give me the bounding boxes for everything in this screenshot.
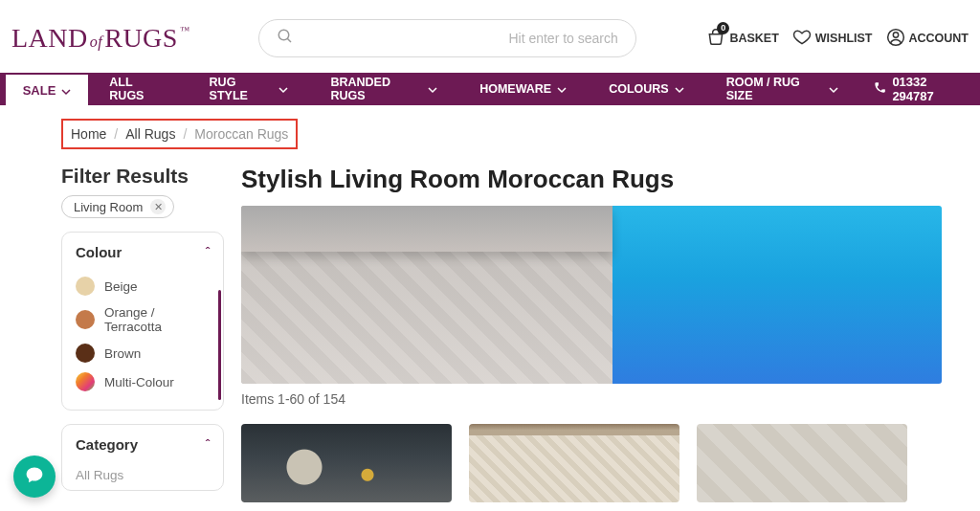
site-header: LAND of RUGS ™ 0 BASKET WISHLIST <box>0 0 980 73</box>
nav-room-rug-size[interactable]: ROOM / RUG SIZE <box>705 73 860 105</box>
chevron-down-icon <box>428 84 437 94</box>
filter-sidebar: Filter Results Living Room ✕ Colour ˆ Be… <box>61 165 224 504</box>
colour-label: Brown <box>104 346 141 361</box>
logo-text-land: LAND <box>11 23 88 54</box>
nav-sale-label: SALE <box>23 83 56 98</box>
search-icon <box>277 28 294 49</box>
account-button[interactable]: ACCOUNT <box>886 28 969 50</box>
basket-count-badge: 0 <box>717 22 729 34</box>
search-wrap <box>207 19 687 57</box>
hero-banner[interactable] <box>241 206 942 384</box>
swatch-icon <box>76 310 95 329</box>
nav-label: RUG STYLE <box>210 76 274 102</box>
chevron-down-icon <box>61 85 71 95</box>
active-filter-chip[interactable]: Living Room ✕ <box>61 195 174 218</box>
nav-all-rugs[interactable]: ALL RUGS <box>88 73 188 105</box>
collapse-icon: ˆ <box>206 437 210 452</box>
logo-text-rugs: RUGS <box>104 23 178 54</box>
account-label: ACCOUNT <box>909 32 969 45</box>
breadcrumb-current: Moroccan Rugs <box>194 126 288 142</box>
nav-sale[interactable]: SALE <box>6 73 89 105</box>
wishlist-button[interactable]: WISHLIST <box>792 28 873 50</box>
chat-widget-button[interactable] <box>13 455 56 498</box>
colour-label: Multi-Colour <box>104 375 174 389</box>
basket-label: BASKET <box>729 32 778 45</box>
swatch-icon <box>76 372 95 391</box>
nav-colours[interactable]: COLOURS <box>588 73 705 105</box>
colour-label: Beige <box>104 279 138 294</box>
colour-option-orange[interactable]: Orange / Terracotta <box>76 300 210 339</box>
chat-icon <box>25 465 44 488</box>
collapse-icon: ˆ <box>206 245 210 259</box>
nav-phone[interactable]: 01332 294787 <box>859 73 980 105</box>
swatch-icon <box>76 344 95 363</box>
basket-icon: 0 <box>706 28 725 50</box>
wishlist-label: WISHLIST <box>815 32 873 45</box>
product-card[interactable] <box>241 424 452 502</box>
filter-title: Filter Results <box>61 165 224 188</box>
category-panel-header[interactable]: Category ˆ <box>76 436 210 453</box>
colour-option-multi[interactable]: Multi-Colour <box>76 367 210 396</box>
phone-icon <box>873 81 886 98</box>
breadcrumb-sep: / <box>183 126 187 142</box>
colour-option-brown[interactable]: Brown <box>76 339 210 367</box>
scroll-indicator[interactable] <box>218 290 221 400</box>
logo-text-of: of <box>90 33 102 51</box>
nav-branded-rugs[interactable]: BRANDED RUGS <box>309 73 458 105</box>
hero-image <box>241 206 612 384</box>
colour-panel: Colour ˆ Beige Orange / Terracotta Brown <box>61 232 224 411</box>
product-card[interactable] <box>469 424 679 502</box>
header-actions: 0 BASKET WISHLIST ACCOUNT <box>706 28 969 50</box>
product-card[interactable] <box>697 424 907 502</box>
remove-chip-icon[interactable]: ✕ <box>150 199 166 214</box>
swatch-icon <box>76 277 95 296</box>
colour-heading: Colour <box>76 244 122 260</box>
colour-panel-header[interactable]: Colour ˆ <box>76 244 210 260</box>
nav-homeware[interactable]: HOMEWARE <box>458 73 588 105</box>
svg-point-3 <box>893 32 898 36</box>
breadcrumb-home[interactable]: Home <box>71 126 106 142</box>
product-grid <box>241 424 942 502</box>
category-panel: Category ˆ All Rugs <box>61 424 224 491</box>
chevron-down-icon <box>278 84 288 94</box>
nav-label: HOMEWARE <box>479 82 551 96</box>
breadcrumb: Home / All Rugs / Moroccan Rugs <box>61 119 298 149</box>
content-area: Home / All Rugs / Moroccan Rugs Filter R… <box>0 105 980 504</box>
search-input[interactable] <box>303 31 618 46</box>
nav-label: COLOURS <box>609 82 669 96</box>
breadcrumb-sep: / <box>114 126 118 142</box>
nav-label: ROOM / RUG SIZE <box>726 76 824 102</box>
chevron-down-icon <box>557 84 567 94</box>
results-count: Items 1-60 of 154 <box>241 391 942 407</box>
basket-button[interactable]: 0 BASKET <box>706 28 778 50</box>
main-nav: SALE ALL RUGS RUG STYLE BRANDED RUGS HOM… <box>0 73 980 105</box>
nav-label: ALL RUGS <box>109 76 167 102</box>
nav-rug-style[interactable]: RUG STYLE <box>189 73 310 105</box>
chevron-down-icon <box>829 84 838 94</box>
search-box[interactable] <box>258 19 636 57</box>
user-icon <box>886 28 905 50</box>
brand-logo[interactable]: LAND of RUGS ™ <box>11 23 188 54</box>
colour-option-beige[interactable]: Beige <box>76 272 210 300</box>
logo-tm: ™ <box>180 25 189 35</box>
nav-label: BRANDED RUGS <box>330 76 422 102</box>
chip-label: Living Room <box>74 200 143 214</box>
hero-gradient-panel <box>612 206 942 384</box>
svg-point-0 <box>278 30 289 40</box>
heart-icon <box>792 28 812 50</box>
category-option-all[interactable]: All Rugs <box>76 464 210 486</box>
category-heading: Category <box>76 436 138 453</box>
main-area: Stylish Living Room Moroccan Rugs Items … <box>241 165 942 504</box>
chevron-down-icon <box>675 84 684 94</box>
breadcrumb-all-rugs[interactable]: All Rugs <box>125 126 175 142</box>
page-title: Stylish Living Room Moroccan Rugs <box>241 165 942 194</box>
svg-line-1 <box>287 38 291 42</box>
phone-number: 01332 294787 <box>892 75 967 103</box>
colour-label: Orange / Terracotta <box>104 305 210 334</box>
